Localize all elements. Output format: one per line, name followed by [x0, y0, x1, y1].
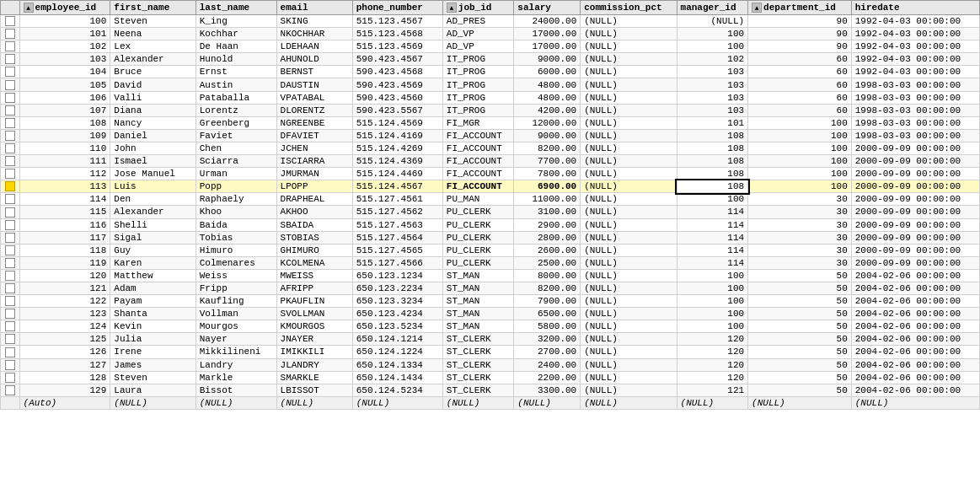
row-checkbox-cell[interactable] — [1, 333, 20, 346]
table-row[interactable]: 102LexDe HaanLDEHAAN515.123.4569AD_VP170… — [1, 40, 980, 53]
col-email[interactable]: email — [276, 1, 352, 15]
row-checkbox[interactable] — [5, 29, 15, 39]
row-checkbox-cell[interactable] — [1, 129, 20, 142]
row-checkbox[interactable] — [5, 181, 15, 191]
table-row[interactable]: 116ShelliBaidaSBAIDA515.127.4563PU_CLERK… — [1, 218, 980, 231]
table-row[interactable]: 124KevinMourgosKMOURGOS650.123.5234ST_MA… — [1, 320, 980, 333]
row-checkbox-cell[interactable] — [1, 155, 20, 168]
row-checkbox-cell[interactable] — [1, 28, 20, 40]
row-checkbox-cell[interactable] — [1, 116, 20, 129]
row-checkbox[interactable] — [5, 296, 15, 306]
row-checkbox-cell[interactable] — [1, 346, 20, 358]
table-row[interactable]: 106ValliPataballaVPATABAL590.423.4560IT_… — [1, 91, 980, 104]
row-checkbox[interactable] — [5, 54, 15, 64]
col-manager-id[interactable]: manager_id — [677, 1, 748, 15]
row-checkbox-cell[interactable] — [1, 142, 20, 154]
row-checkbox[interactable] — [5, 105, 15, 116]
row-checkbox-cell[interactable] — [1, 244, 20, 256]
col-salary[interactable]: salary — [514, 1, 581, 15]
table-row[interactable]: 113LuisPoppLPOPP515.124.4567FI_ACCOUNT69… — [1, 180, 980, 193]
table-row[interactable]: 122PayamKauflingPKAUFLIN650.123.3234ST_M… — [1, 295, 980, 308]
row-checkbox-cell[interactable] — [1, 256, 20, 269]
row-checkbox[interactable] — [5, 41, 15, 51]
row-checkbox[interactable] — [5, 258, 15, 268]
table-row[interactable]: 105DavidAustinDAUSTIN590.423.4569IT_PROG… — [1, 78, 980, 91]
row-checkbox-cell[interactable] — [1, 295, 20, 308]
row-checkbox-cell[interactable] — [1, 66, 20, 78]
table-row[interactable]: 111IsmaelSciarraISCIARRA515.124.4369FI_A… — [1, 155, 980, 168]
table-row[interactable]: 126IreneMikkilineniIMIKKILI650.124.1224S… — [1, 346, 980, 358]
table-row[interactable]: 101NeenaKochharNKOCHHAR515.123.4568AD_VP… — [1, 28, 980, 40]
row-checkbox[interactable] — [5, 360, 15, 370]
row-checkbox[interactable] — [5, 16, 15, 26]
row-checkbox[interactable] — [5, 156, 15, 166]
table-row[interactable]: 114DenRaphaelyDRAPHEAL515.127.4561PU_MAN… — [1, 193, 980, 206]
row-checkbox-cell[interactable] — [1, 91, 20, 104]
row-checkbox-cell[interactable] — [1, 269, 20, 282]
row-checkbox-cell[interactable] — [1, 193, 20, 206]
row-checkbox[interactable] — [5, 334, 15, 344]
table-row[interactable]: 117SigalTobiasSTOBIAS515.127.4564PU_CLER… — [1, 231, 980, 244]
row-checkbox[interactable] — [5, 220, 15, 230]
table-row[interactable]: 125JuliaNayerJNAYER650.124.1214ST_CLERK3… — [1, 333, 980, 346]
row-checkbox[interactable] — [5, 271, 15, 281]
row-checkbox-cell[interactable] — [1, 308, 20, 320]
row-checkbox-cell[interactable] — [1, 384, 20, 396]
row-checkbox-cell[interactable] — [1, 358, 20, 371]
row-checkbox-cell[interactable] — [1, 168, 20, 180]
col-commission-pct[interactable]: commission_pct — [581, 1, 677, 15]
row-checkbox[interactable] — [5, 169, 15, 179]
table-row[interactable]: 109DanielFavietDFAVIET515.124.4169FI_ACC… — [1, 129, 980, 142]
row-checkbox[interactable] — [5, 283, 15, 293]
row-checkbox[interactable] — [5, 93, 15, 103]
row-checkbox-cell[interactable] — [1, 371, 20, 384]
row-checkbox[interactable] — [5, 131, 15, 141]
row-checkbox[interactable] — [5, 373, 15, 383]
table-row[interactable]: 120MatthewWeissMWEISS650.123.1234ST_MAN8… — [1, 269, 980, 282]
row-checkbox-cell[interactable] — [1, 282, 20, 294]
row-checkbox-cell[interactable] — [1, 320, 20, 333]
table-row[interactable]: 112Jose ManuelUrmanJMURMAN515.124.4469FI… — [1, 168, 980, 180]
row-checkbox[interactable] — [5, 143, 15, 153]
row-checkbox[interactable] — [5, 194, 15, 204]
col-last-name[interactable]: last_name — [195, 1, 276, 15]
table-row[interactable]: 100StevenK_ingSKING515.123.4567AD_PRES24… — [1, 15, 980, 28]
row-checkbox[interactable] — [5, 309, 15, 319]
table-row[interactable]: 128StevenMarkleSMARKLE650.124.1434ST_CLE… — [1, 371, 980, 384]
row-checkbox[interactable] — [5, 207, 15, 218]
table-row[interactable]: 110JohnChenJCHEN515.124.4269FI_ACCOUNT82… — [1, 142, 980, 154]
row-checkbox-cell[interactable] — [1, 104, 20, 116]
col-employee-id[interactable]: ▲employee_id — [19, 1, 110, 15]
table-row[interactable]: 123ShantaVollmanSVOLLMAN650.123.4234ST_M… — [1, 308, 980, 320]
row-checkbox-cell[interactable] — [1, 231, 20, 244]
table-row[interactable]: 103AlexanderHunoldAHUNOLD590.423.4567IT_… — [1, 53, 980, 66]
table-row[interactable]: 115AlexanderKhooAKHOO515.127.4562PU_CLER… — [1, 206, 980, 218]
cell-manager-id[interactable]: 108 — [677, 180, 748, 193]
row-checkbox[interactable] — [5, 118, 15, 128]
row-checkbox[interactable] — [5, 321, 15, 331]
col-job-id[interactable]: ▲job_id — [442, 1, 514, 15]
row-checkbox-cell[interactable] — [1, 40, 20, 53]
col-hiredate[interactable]: hiredate — [851, 1, 979, 15]
row-checkbox-cell[interactable] — [1, 53, 20, 66]
col-first-name[interactable]: first_name — [110, 1, 195, 15]
table-row[interactable]: 107DianaLorentzDLORENTZ590.423.5567IT_PR… — [1, 104, 980, 116]
row-checkbox-cell[interactable] — [1, 180, 20, 193]
col-phone-number[interactable]: phone_number — [352, 1, 442, 15]
table-row[interactable]: 121AdamFrippAFRIPP650.123.2234ST_MAN8200… — [1, 282, 980, 294]
row-checkbox[interactable] — [5, 245, 15, 255]
row-checkbox-cell[interactable] — [1, 218, 20, 231]
table-row[interactable]: 119KarenColmenaresKCOLMENA515.127.4566PU… — [1, 256, 980, 269]
row-checkbox[interactable] — [5, 80, 15, 90]
table-row[interactable]: 127JamesLandryJLANDRY650.124.1334ST_CLER… — [1, 358, 980, 371]
table-row[interactable]: 118GuyHimuroGHIMURO515.127.4565PU_CLERK2… — [1, 244, 980, 256]
row-checkbox-cell[interactable] — [1, 15, 20, 28]
table-row[interactable]: 104BruceErnstBERNST590.423.4568IT_PROG60… — [1, 66, 980, 78]
col-department-id[interactable]: ▲department_id — [748, 1, 852, 15]
data-table[interactable]: ▲employee_id first_name last_name email … — [0, 0, 980, 410]
row-checkbox-cell[interactable] — [1, 78, 20, 91]
row-checkbox[interactable] — [5, 347, 15, 357]
table-row[interactable]: 129LauraBissotLBISSOT650.124.5234ST_CLER… — [1, 384, 980, 396]
row-checkbox[interactable] — [5, 67, 15, 77]
row-checkbox[interactable] — [5, 233, 15, 243]
